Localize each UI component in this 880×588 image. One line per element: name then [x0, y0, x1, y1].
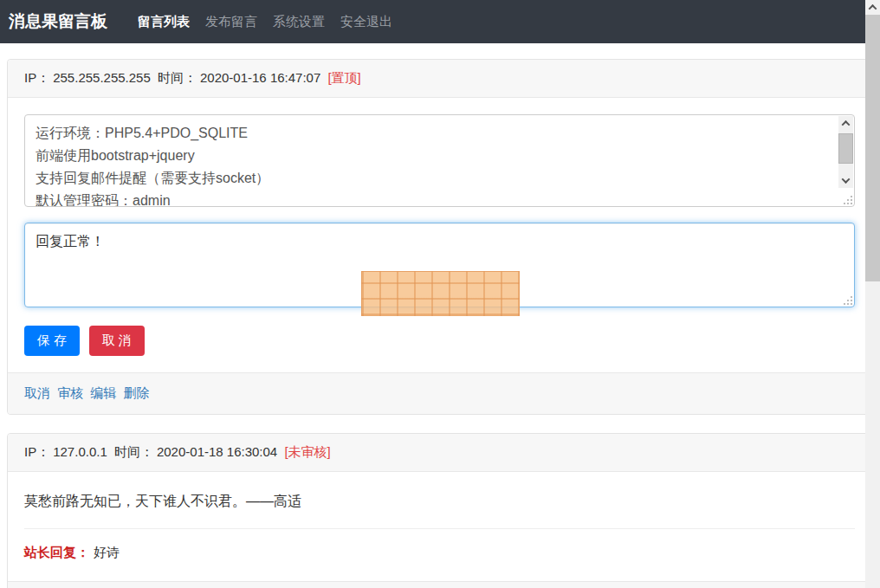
reply-textarea[interactable]: 回复正常！	[24, 223, 855, 307]
save-button[interactable]: 保 存	[24, 326, 80, 356]
cancel-button[interactable]: 取 消	[89, 326, 145, 356]
resize-grip-icon[interactable]	[843, 195, 852, 204]
message-content-textarea[interactable]: 运行环境：PHP5.4+PDO_SQLITE 前端使用bootstrap+jqu…	[24, 114, 855, 207]
message-actions-footer	[8, 581, 871, 588]
time-label: 时间：	[114, 444, 153, 459]
message-edit-body: 运行环境：PHP5.4+PDO_SQLITE 前端使用bootstrap+jqu…	[8, 98, 871, 372]
nav-item-logout[interactable]: 安全退出	[333, 7, 400, 37]
chevron-down-icon	[842, 175, 851, 184]
content-textarea-wrap: 运行环境：PHP5.4+PDO_SQLITE 前端使用bootstrap+jqu…	[24, 114, 855, 207]
message-header: IP：127.0.0.1 时间：2020-01-18 16:30:04 [未审核…	[8, 434, 871, 472]
divider	[24, 528, 855, 529]
page-scrollbar[interactable]	[865, 0, 880, 588]
time-value: 2020-01-18 16:30:04	[157, 444, 277, 459]
message-card-editing: IP：255.255.255.255 时间：2020-01-16 16:47:0…	[7, 59, 872, 415]
chevron-up-icon	[842, 120, 851, 129]
message-actions-footer: 取消 审核 编辑 删除	[8, 372, 871, 414]
scrollbar-thumb[interactable]	[838, 133, 853, 164]
textarea-scrollbar[interactable]	[838, 116, 853, 188]
admin-reply: 站长回复：好诗	[24, 545, 855, 565]
page-scroll-up-icon[interactable]	[865, 0, 880, 15]
app-brand[interactable]: 消息果留言板	[9, 10, 107, 33]
nav-item-post-message[interactable]: 发布留言	[197, 7, 265, 37]
nav-item-message-list[interactable]: 留言列表	[130, 7, 197, 37]
admin-reply-label: 站长回复：	[24, 545, 89, 559]
reply-textarea-wrap: 回复正常！	[24, 223, 855, 307]
resize-grip-icon[interactable]	[843, 295, 852, 305]
message-text: 莫愁前路无知已，天下谁人不识君。——高适	[24, 488, 855, 513]
page-scrollbar-thumb[interactable]	[865, 15, 880, 281]
unreviewed-badge: [未审核]	[284, 444, 330, 459]
action-link-delete[interactable]: 删除	[124, 385, 150, 400]
ip-value: 127.0.0.1	[53, 444, 107, 459]
nav-item-system-settings[interactable]: 系统设置	[265, 7, 333, 37]
time-value: 2020-01-16 16:47:07	[200, 70, 320, 85]
action-link-approve[interactable]: 审核	[57, 385, 83, 400]
navbar-menu: 留言列表 发布留言 系统设置 安全退出	[130, 7, 400, 37]
action-link-cancel[interactable]: 取消	[24, 385, 50, 400]
pinned-badge: [置顶]	[327, 70, 360, 85]
top-navbar: 消息果留言板 留言列表 发布留言 系统设置 安全退出	[0, 0, 865, 43]
admin-reply-text: 好诗	[94, 545, 120, 559]
message-header: IP：255.255.255.255 时间：2020-01-16 16:47:0…	[8, 60, 871, 98]
chevron-up-icon	[869, 4, 877, 13]
ip-label: IP：	[24, 70, 49, 85]
message-view-body: 莫愁前路无知已，天下谁人不识君。——高适 站长回复：好诗	[8, 472, 871, 581]
time-label: 时间：	[158, 70, 197, 85]
scroll-down-icon[interactable]	[838, 173, 853, 188]
edit-actions: 保 存 取 消	[24, 326, 855, 356]
ip-value: 255.255.255.255	[53, 70, 151, 85]
action-link-edit[interactable]: 编辑	[90, 385, 116, 400]
ip-label: IP：	[24, 444, 49, 459]
message-card-view: IP：127.0.0.1 时间：2020-01-18 16:30:04 [未审核…	[7, 433, 872, 588]
scroll-up-icon[interactable]	[838, 116, 853, 131]
